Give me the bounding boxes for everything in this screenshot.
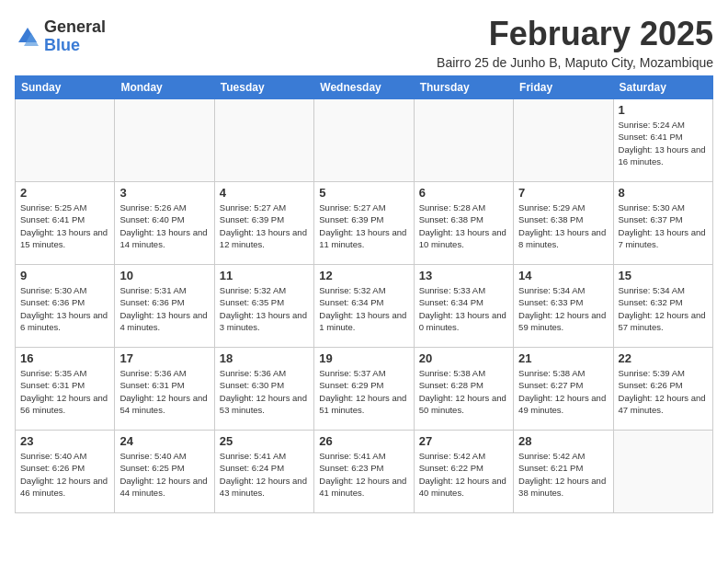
sunrise-label-1: Sunrise: [619,120,651,130]
week-row-2: 2 Sunrise: 5:25 AM Sunset: 6:41 PM Dayli… [16,182,713,265]
empty-cell [514,99,613,182]
location-subtitle: Bairro 25 de Junho B, Maputo City, Mozam… [437,55,713,70]
day-number-19: 19 [319,351,408,365]
day-info-1: Sunrise: 5:24 AM Sunset: 6:41 PM Dayligh… [619,119,708,167]
day-7: 7 Sunrise: 5:29 AM Sunset: 6:38 PM Dayli… [514,182,613,265]
day-number-28: 28 [518,434,608,448]
day-number-12: 12 [319,269,408,282]
day-number-9: 9 [20,269,109,282]
day-22: 22 Sunrise: 5:39 AM Sunset: 6:26 PM Dayl… [613,348,712,431]
calendar-table: Sunday Monday Tuesday Wednesday Thursday… [15,75,713,513]
day-28: 28 Sunrise: 5:42 AM Sunset: 6:21 PM Dayl… [514,431,613,513]
day-6: 6 Sunrise: 5:28 AM Sunset: 6:38 PM Dayli… [414,182,513,265]
day-16: 16 Sunrise: 5:35 AM Sunset: 6:31 PM Dayl… [16,348,115,431]
day-number-7: 7 [518,186,608,200]
weekday-header-row: Sunday Monday Tuesday Wednesday Thursday… [16,76,713,99]
day-9: 9 Sunrise: 5:30 AM Sunset: 6:36 PM Dayli… [16,265,115,348]
day-14: 14 Sunrise: 5:34 AM Sunset: 6:33 PM Dayl… [514,265,613,348]
day-20: 20 Sunrise: 5:38 AM Sunset: 6:28 PM Dayl… [414,348,513,431]
empty-cell [16,99,115,182]
header-friday: Friday [514,76,613,99]
day-1: 1 Sunrise: 5:24 AM Sunset: 6:41 PM Dayli… [613,99,712,182]
day-number-22: 22 [619,351,708,365]
day-number-4: 4 [220,186,309,200]
day-info-2: Sunrise: 5:25 AM Sunset: 6:41 PM Dayligh… [20,201,109,250]
week-row-3: 9 Sunrise: 5:30 AM Sunset: 6:36 PM Dayli… [16,265,713,348]
page-header: General Blue February 2025 Bairro 25 de … [15,15,713,70]
day-26: 26 Sunrise: 5:41 AM Sunset: 6:23 PM Dayl… [314,431,414,513]
day-27: 27 Sunrise: 5:42 AM Sunset: 6:22 PM Dayl… [414,431,513,513]
day-number-8: 8 [619,186,708,200]
day-number-18: 18 [220,351,309,365]
day-number-13: 13 [419,269,508,282]
day-13: 13 Sunrise: 5:33 AM Sunset: 6:34 PM Dayl… [414,265,513,348]
day-number-27: 27 [419,434,508,448]
daylight-label-1: Daylight: [619,144,655,155]
day-number-20: 20 [419,351,508,365]
day-2: 2 Sunrise: 5:25 AM Sunset: 6:41 PM Dayli… [16,182,115,265]
day-number-2: 2 [20,186,109,200]
day-number-26: 26 [319,434,408,448]
day-number-11: 11 [220,269,309,282]
header-thursday: Thursday [414,76,513,99]
header-wednesday: Wednesday [314,76,414,99]
day-number-15: 15 [619,269,708,282]
month-title: February 2025 [437,15,713,53]
day-23: 23 Sunrise: 5:40 AM Sunset: 6:26 PM Dayl… [16,431,115,513]
day-12: 12 Sunrise: 5:32 AM Sunset: 6:34 PM Dayl… [314,265,414,348]
day-25: 25 Sunrise: 5:41 AM Sunset: 6:24 PM Dayl… [214,431,313,513]
day-number-17: 17 [119,351,209,365]
day-17: 17 Sunrise: 5:36 AM Sunset: 6:31 PM Dayl… [115,348,214,431]
day-19: 19 Sunrise: 5:37 AM Sunset: 6:29 PM Dayl… [314,348,414,431]
empty-cell [414,99,513,182]
header-saturday: Saturday [613,76,712,99]
day-11: 11 Sunrise: 5:32 AM Sunset: 6:35 PM Dayl… [214,265,313,348]
week-row-1: 1 Sunrise: 5:24 AM Sunset: 6:41 PM Dayli… [16,99,713,182]
title-area: February 2025 Bairro 25 de Junho B, Mapu… [437,15,713,70]
day-5: 5 Sunrise: 5:27 AM Sunset: 6:39 PM Dayli… [314,182,414,265]
day-number-25: 25 [220,434,309,448]
week-row-4: 16 Sunrise: 5:35 AM Sunset: 6:31 PM Dayl… [16,348,713,431]
logo-blue-text: Blue [44,37,106,55]
day-3: 3 Sunrise: 5:26 AM Sunset: 6:40 PM Dayli… [115,182,214,265]
empty-cell-end [613,431,712,513]
week-row-5: 23 Sunrise: 5:40 AM Sunset: 6:26 PM Dayl… [16,431,713,513]
day-number-3: 3 [119,186,209,200]
header-tuesday: Tuesday [214,76,313,99]
day-4: 4 Sunrise: 5:27 AM Sunset: 6:39 PM Dayli… [214,182,313,265]
sunset-time-1: 6:41 PM [650,132,682,142]
day-number-10: 10 [119,269,209,282]
day-10: 10 Sunrise: 5:31 AM Sunset: 6:36 PM Dayl… [115,265,214,348]
day-number-5: 5 [319,186,408,200]
logo: General Blue [15,18,106,55]
empty-cell [214,99,313,182]
day-number-16: 16 [20,351,109,365]
day-number-23: 23 [20,434,109,448]
day-number-6: 6 [419,186,508,200]
logo-general-text: General [44,18,106,37]
header-monday: Monday [115,76,214,99]
logo-icon [15,24,40,50]
sunset-label-1: Sunset: [619,132,648,142]
day-number-1: 1 [619,103,708,117]
empty-cell [314,99,414,182]
day-number-24: 24 [119,434,209,448]
day-number-21: 21 [518,351,608,365]
header-sunday: Sunday [16,76,115,99]
day-8: 8 Sunrise: 5:30 AM Sunset: 6:37 PM Dayli… [613,182,712,265]
day-number-14: 14 [518,269,608,282]
sunrise-time-1: 5:24 AM [653,120,685,130]
day-21: 21 Sunrise: 5:38 AM Sunset: 6:27 PM Dayl… [514,348,613,431]
day-18: 18 Sunrise: 5:36 AM Sunset: 6:30 PM Dayl… [214,348,313,431]
empty-cell [115,99,214,182]
day-24: 24 Sunrise: 5:40 AM Sunset: 6:25 PM Dayl… [115,431,214,513]
day-15: 15 Sunrise: 5:34 AM Sunset: 6:32 PM Dayl… [613,265,712,348]
